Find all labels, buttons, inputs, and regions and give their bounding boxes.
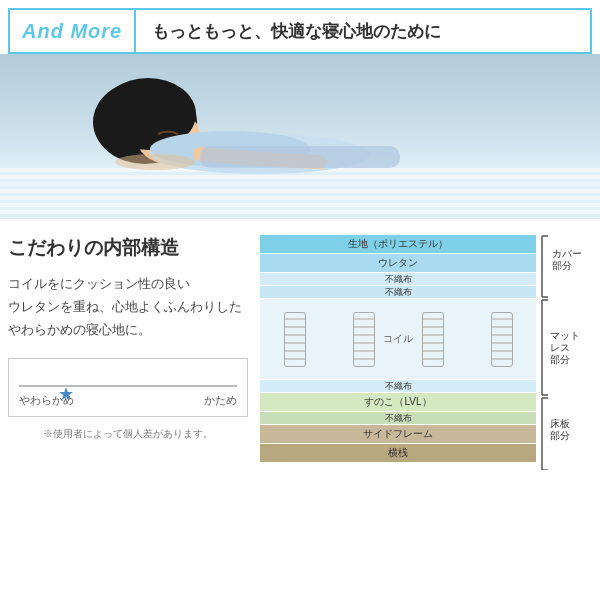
and-more-label: And More	[22, 20, 122, 43]
svg-text:マット: マット	[550, 330, 580, 341]
layer-fabric: 生地（ポリエステル）	[260, 235, 536, 253]
layer-nonwoven4: 不織布	[260, 412, 536, 424]
header-bar: And More もっともっと、快適な寝心地のために	[8, 8, 592, 54]
layer-nonwoven1: 不織布	[260, 273, 536, 285]
diagram-container: 生地（ポリエステル） ウレタン 不織布 不織布	[260, 235, 592, 470]
right-panel: 生地（ポリエステル） ウレタン 不織布 不織布	[260, 235, 592, 470]
svg-rect-3	[0, 179, 600, 182]
layer-yokosen: 横桟	[260, 444, 536, 462]
svg-text:床板: 床板	[550, 418, 570, 429]
svg-rect-8	[0, 214, 600, 219]
layer-nonwoven3-label: 不織布	[260, 379, 536, 394]
desc-line1: コイルをにクッション性の良い	[8, 276, 190, 291]
svg-text:部分: 部分	[550, 354, 570, 365]
layer-urethane-label: ウレタン	[260, 255, 536, 271]
layer-coil: コイル	[260, 299, 536, 379]
layer-sunoko-label: すのこ（LVL）	[260, 394, 536, 410]
layers-stack: 生地（ポリエステル） ウレタン 不織布 不織布	[260, 235, 536, 462]
svg-rect-16	[200, 146, 400, 168]
hero-svg	[0, 54, 600, 219]
svg-rect-6	[0, 200, 600, 203]
hero-image	[0, 54, 600, 219]
layer-nonwoven2-label: 不織布	[260, 285, 536, 300]
left-panel: こだわりの内部構造 コイルをにクッション性の良い ウレタンを重ね、心地よくふんわ…	[8, 235, 248, 470]
layer-nonwoven4-label: 不織布	[260, 411, 536, 426]
layer-sunoko: すのこ（LVL）	[260, 393, 536, 411]
hard-label: かため	[204, 393, 237, 408]
header-subtitle: もっともっと、快適な寝心地のために	[136, 20, 457, 43]
svg-rect-4	[0, 186, 600, 189]
layer-urethane: ウレタン	[260, 254, 536, 272]
softness-scale: ★ やわらかめ かため	[8, 358, 248, 417]
layer-sideframe-label: サイドフレーム	[260, 426, 536, 442]
layer-fabric-label: 生地（ポリエステル）	[260, 236, 536, 252]
desc-line2: ウレタンを重ね、心地よくふんわりした	[8, 299, 242, 314]
layer-nonwoven3: 不織布	[260, 380, 536, 392]
svg-rect-5	[0, 193, 600, 196]
desc-line3: やわらかめの寝心地に。	[8, 322, 151, 337]
scale-star-icon: ★	[58, 385, 74, 403]
scale-note: ※使用者によって個人差があります。	[8, 427, 248, 441]
svg-text:部分: 部分	[552, 260, 572, 271]
scale-line	[19, 385, 237, 387]
section-labels-svg: カバー 部分 マット レス 部分 床板 部分	[540, 235, 592, 470]
main-content: こだわりの内部構造 コイルをにクッション性の良い ウレタンを重ね、心地よくふんわ…	[0, 219, 600, 478]
and-more-tag: And More	[10, 10, 136, 52]
layer-nonwoven2: 不織布	[260, 286, 536, 298]
layer-sideframe: サイドフレーム	[260, 425, 536, 443]
layer-coil-label: コイル	[260, 331, 536, 347]
svg-rect-7	[0, 207, 600, 210]
layer-yokosen-label: 横桟	[260, 445, 536, 461]
svg-text:レス: レス	[550, 342, 570, 353]
scale-labels: やわらかめ かため	[19, 393, 237, 408]
svg-point-17	[115, 154, 195, 170]
scale-bar: ★	[19, 385, 237, 387]
section-desc: コイルをにクッション性の良い ウレタンを重ね、心地よくふんわりした やわらかめの…	[8, 272, 248, 342]
svg-text:部分: 部分	[550, 430, 570, 441]
svg-text:カバー: カバー	[552, 248, 582, 259]
section-title: こだわりの内部構造	[8, 235, 248, 262]
